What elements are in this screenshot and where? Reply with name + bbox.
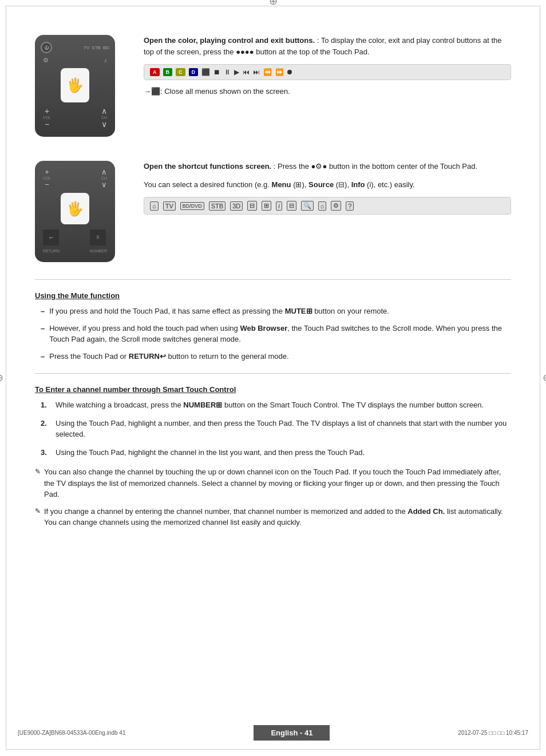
step1-bold: NUMBER⊞ [183, 401, 222, 409]
step-text-1: While watching a broadcast, press the NU… [56, 399, 484, 411]
remote2-bottom-row: ↩ RETURN ⠿ NUMBER [41, 227, 109, 256]
divider-2 [35, 373, 511, 374]
return-control: ↩ RETURN [43, 229, 60, 254]
remote-draw-1: ⏻ TV STB BD ⚙ ♪ 🖐 + [35, 35, 115, 137]
number-icon: ⠿ [90, 229, 106, 246]
menu-shortcut-icon: ⊞ [262, 201, 271, 211]
mute-bullet-text-2: However, if you press and hold the touch… [49, 323, 511, 345]
reg-mark-top: ⊕ [269, 0, 278, 7]
info-icon: (i) [367, 180, 374, 189]
step-text-3: Using the Touch Pad, highlight the chann… [56, 447, 365, 458]
bddvd-shortcut-icon: BD/DVD [180, 202, 204, 210]
note-2: ✎ If you change a channel by entering th… [35, 506, 511, 528]
music-icon: ♪ [104, 57, 108, 64]
footer-left-text: [UE9000-ZA]BN68-04533A-00Eng.indb 41 [18, 730, 125, 736]
remote2-vol-ch: + VOL − ∧ CH ∨ [41, 167, 109, 190]
channel-heading: To Enter a channel number through Smart … [35, 385, 511, 394]
note-1: ✎ You can also change the channel by tou… [35, 466, 511, 500]
btn-b: B [163, 68, 173, 76]
mute-bullet-text-1: If you press and hold the Touch Pad, it … [49, 306, 389, 317]
mute-section: Using the Mute function – If you press a… [35, 291, 511, 362]
mute-bold-3: RETURN↩ [129, 352, 166, 361]
control-bar: A B C D ⬛ ⏹ ⏸ ▶ ⏮ ⏭ ⏪ ⏩ [144, 64, 511, 80]
page-number: English - 41 [254, 725, 330, 741]
guide-shortcut-icon: ⊟ [287, 201, 296, 211]
return-icon: ↩ [43, 229, 59, 246]
mute-bullet-2: – However, if you press and hold the tou… [41, 323, 511, 345]
hand-gesture-icon: 🖐 [61, 68, 89, 102]
step-num-2: 2. [41, 418, 51, 429]
ch-control: ∧ CH ∨ [101, 106, 107, 129]
shortcut-para: Open the shortcut functions screen. : Pr… [144, 161, 511, 172]
footer-right-text: 2012-07-25 □□ □□ 10:45:17 [458, 730, 528, 736]
mute-bold-2: Web Browser [240, 324, 287, 333]
shortcut-text2: You can select a desired function (e.g. [144, 180, 272, 189]
r2-minus: − [45, 180, 49, 189]
section-shortcut: + VOL − ∧ CH ∨ 🖐 ↩ [35, 161, 511, 262]
menu-label: Menu [272, 180, 291, 189]
plus-icon: + [45, 106, 49, 116]
settings-shortcut-icon: ⚙ [331, 201, 341, 211]
shortcut-text3: , etc.) easily. [374, 180, 415, 189]
mute-bullet-list: – If you press and hold the Touch Pad, i… [41, 306, 511, 362]
vol-ch-row: + VOL − ∧ CH ∨ [41, 105, 109, 130]
tv-label: TV STB BD [84, 45, 109, 50]
source-label: Source [308, 180, 334, 189]
r2-hand-icon: 🖐 [61, 193, 89, 224]
btn-d: D [189, 68, 199, 76]
vol-control: + VOL − [43, 106, 51, 129]
text-section-1: Open the color, playing control and exit… [144, 35, 511, 104]
search-shortcut-icon: 🔍 [301, 201, 314, 211]
r2-plus: + [45, 168, 49, 176]
remote2-ch: ∧ CH ∨ [101, 168, 107, 189]
info-shortcut-icon: i [276, 201, 282, 211]
stop-icon: ⏹ [213, 68, 220, 76]
mute-bullet-text-3: Press the Touch Pad or RETURN↩ button to… [49, 351, 288, 362]
pause-icon: ⏸ [224, 68, 231, 76]
exit-icon: ⬛ [201, 68, 210, 76]
note2-bold: Added Ch. [407, 507, 445, 516]
vol-label: VOL [43, 116, 51, 120]
number-control: ⠿ NUMBER [90, 229, 107, 254]
source-shortcut-icon: ⊟ [247, 201, 257, 211]
shortcut-bar: ⌂ TV BD/DVD STB 3D ⊟ ⊞ i ⊟ 🔍 ⌂ ⚙ ? [144, 197, 511, 215]
note-text-1: You can also change the channel by touch… [44, 466, 511, 500]
r2-ch-label: CH [101, 176, 107, 180]
remote-top: ⏻ TV STB BD [41, 42, 109, 53]
ch-down-icon: ∨ [101, 120, 107, 129]
info-label: Info [351, 180, 365, 189]
shortcut-heading: Open the shortcut functions screen. [144, 162, 271, 171]
home-shortcut-icon: ⌂ [150, 201, 159, 211]
ff-icon: ⏩ [275, 68, 284, 76]
dash-2: – [41, 323, 45, 334]
r2-ch-down: ∨ [101, 180, 107, 189]
remote2-vol: + VOL − [43, 168, 51, 189]
dot-icon [287, 70, 292, 74]
reg-mark-left: ⊕ [0, 371, 3, 384]
next-icon: ⏭ [253, 68, 260, 76]
mute-bullet-1: – If you press and hold the Touch Pad, i… [41, 306, 511, 317]
r2-ch-up: ∧ [101, 168, 107, 176]
mute-heading: Using the Mute function [35, 291, 511, 300]
step-num-1: 1. [41, 399, 51, 411]
channel-section: To Enter a channel number through Smart … [35, 385, 511, 528]
shortcut-para2: You can select a desired function (e.g. … [144, 179, 511, 191]
remote-icons-row: ⚙ ♪ [41, 56, 109, 65]
prev-icon: ⏮ [243, 68, 250, 76]
r2-vol-label: VOL [43, 176, 51, 180]
settings-icon: ⚙ [43, 57, 49, 64]
btn-c: C [176, 68, 185, 76]
help-shortcut-icon: ? [346, 201, 354, 211]
divider-1 [35, 279, 511, 280]
page-footer: [UE9000-ZA]BN68-04533A-00Eng.indb 41 Eng… [6, 725, 540, 741]
note-icon-1: ✎ [35, 466, 41, 477]
note-text-2: If you change a channel by entering the … [44, 506, 511, 528]
shortcut-text: : Press the ●⚙● button in the bottom cen… [274, 162, 477, 171]
mute-bold-1: MUTE⊞ [285, 307, 312, 315]
close-note: →⬛: Close all menus shown on the screen. [144, 86, 511, 97]
step-3: 3. Using the Touch Pad, highlight the ch… [41, 447, 511, 458]
menu-icon: (⊞) [293, 180, 304, 189]
dash-3: – [41, 351, 45, 362]
text-section-2: Open the shortcut functions screen. : Pr… [144, 161, 511, 220]
tv-shortcut-icon: TV [163, 201, 176, 211]
